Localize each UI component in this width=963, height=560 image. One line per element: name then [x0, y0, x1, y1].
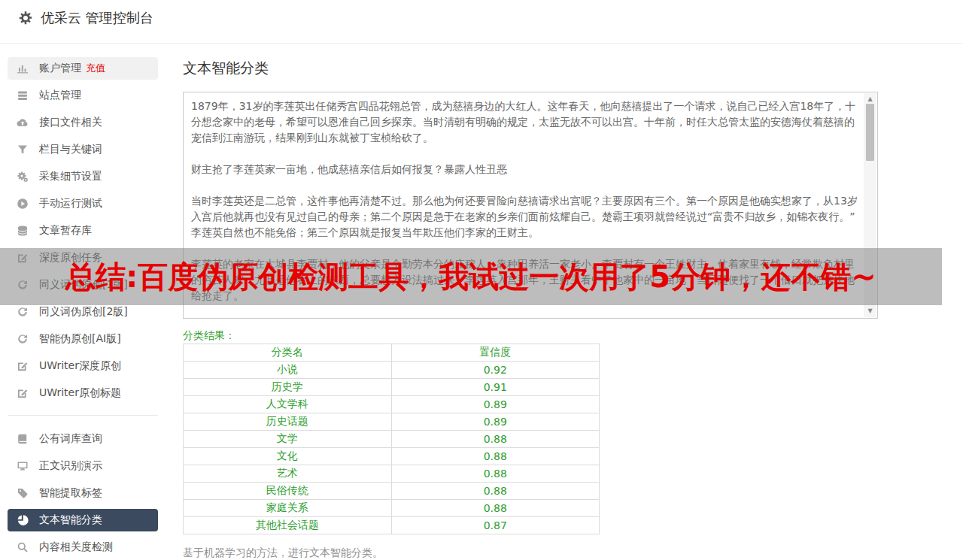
table-row: 其他社会话题0.87 — [184, 517, 600, 534]
tag-icon — [17, 487, 29, 499]
column-header-confidence: 置信度 — [391, 344, 600, 362]
table-row: 民俗传统0.88 — [184, 483, 600, 500]
confidence-cell: 0.88 — [391, 448, 600, 465]
sidebar-item-label: 智能提取标签 — [39, 486, 102, 500]
category-cell: 文化 — [184, 448, 392, 465]
category-cell: 文学 — [184, 431, 392, 448]
confidence-cell: 0.88 — [391, 500, 600, 517]
confidence-cell: 0.87 — [391, 517, 600, 534]
confidence-cell: 0.88 — [391, 465, 600, 483]
category-cell: 人文学科 — [184, 396, 392, 413]
refresh-icon — [17, 306, 29, 318]
sidebar-item-label: 站点管理 — [39, 89, 81, 102]
table-row: 文化0.88 — [184, 448, 600, 465]
table-row: 艺术0.88 — [184, 465, 600, 483]
edit-icon — [17, 360, 29, 372]
sidebar-item-label: 账户管理 — [39, 62, 81, 75]
sidebar-item-sites[interactable]: 站点管理 — [8, 84, 158, 107]
app-title: 优采云 管理控制台 — [41, 9, 153, 27]
sidebar-item-body-recognition[interactable]: 正文识别演示 — [8, 455, 158, 477]
cloud-upload-icon — [17, 117, 29, 129]
sidebar-item-ai-original[interactable]: 智能伪原创[AI版] — [8, 328, 158, 350]
sidebar-item-interface-files[interactable]: 接口文件相关 — [8, 111, 158, 134]
column-header-category: 分类名 — [184, 344, 392, 362]
table-row: 小说0.92 — [184, 362, 600, 379]
sidebar-item-label: UWriter原创标题 — [39, 386, 121, 400]
sidebar-item-manual-run[interactable]: 手动运行测试 — [8, 192, 158, 215]
footer-note: 基于机器学习的方法，进行文本智能分类。 — [183, 546, 383, 560]
table-row: 家庭关系0.88 — [184, 500, 600, 517]
sidebar-divider — [8, 415, 158, 416]
category-cell: 艺术 — [184, 465, 392, 483]
category-cell: 历史话题 — [184, 413, 392, 431]
confidence-cell: 0.89 — [391, 396, 600, 413]
refresh-icon — [17, 333, 29, 345]
book-icon — [17, 433, 29, 445]
sidebar-item-relevance-check[interactable]: 内容相关度检测 — [8, 536, 158, 558]
sidebar-item-label: UWriter深度原创 — [39, 359, 121, 373]
article-paragraph: 财主抢了李莲英家一亩地，他成慈禧亲信后如何报复？暴露人性丑恶 — [191, 162, 858, 177]
category-cell: 家庭关系 — [184, 500, 392, 517]
category-cell: 历史学 — [184, 379, 392, 396]
sidebar-item-uwriter-title[interactable]: UWriter原创标题 — [8, 382, 158, 404]
app-header: 优采云 管理控制台 — [0, 0, 963, 44]
sidebar-item-uwriter-deep[interactable]: UWriter深度原创 — [8, 355, 158, 377]
bar-chart-icon — [17, 62, 29, 74]
sidebar-item-label: 手动运行测试 — [39, 197, 102, 210]
sidebar-item-label: 正文识别演示 — [39, 459, 102, 473]
funnel-icon — [17, 144, 29, 156]
table-row: 人文学科0.89 — [184, 396, 600, 413]
article-paragraph: 1879年，31岁的李莲英出任储秀宫四品花翎总管，成为慈禧身边的大红人。这年春天… — [191, 98, 858, 146]
sidebar-item-account[interactable]: 账户管理 充值 — [8, 57, 158, 80]
sidebar-item-label: 智能伪原创[AI版] — [39, 332, 121, 346]
brand: 优采云 管理控制台 — [18, 9, 153, 27]
sidebar-item-extract-tags[interactable]: 智能提取标签 — [8, 482, 158, 504]
confidence-cell: 0.89 — [391, 413, 600, 431]
edit-icon — [17, 387, 29, 399]
monitor-icon — [17, 460, 29, 472]
category-cell: 其他社会话题 — [184, 517, 392, 534]
sidebar-item-label: 同义词伪原创[2版] — [39, 305, 128, 319]
confidence-cell: 0.88 — [391, 483, 600, 500]
sidebar: 账户管理 充值 站点管理 接口文件相关 栏目与关键词 采集细节设置 手动运行测试… — [8, 57, 158, 560]
sidebar-item-collect-settings[interactable]: 采集细节设置 — [8, 165, 158, 188]
site-list-icon — [17, 89, 29, 101]
scrollbar-thumb[interactable] — [866, 104, 874, 161]
gear-icon — [18, 11, 33, 26]
table-row: 文学0.88 — [184, 431, 600, 448]
category-cell: 小说 — [184, 362, 392, 379]
category-cell: 民俗传统 — [184, 483, 392, 500]
sidebar-item-columns-keywords[interactable]: 栏目与关键词 — [8, 138, 158, 161]
sidebar-item-public-lexicon[interactable]: 公有词库查询 — [8, 428, 158, 450]
table-header-row: 分类名 置信度 — [184, 344, 600, 362]
sidebar-item-label: 栏目与关键词 — [39, 143, 102, 156]
article-paragraph: 当时李莲英还是二总管，这件事他再清楚不过。那么他为何还要冒险向慈禧请求出宫呢？主… — [191, 193, 858, 241]
magnifier-icon — [17, 541, 29, 553]
scroll-down-arrow[interactable]: ▼ — [864, 305, 876, 317]
gears-icon — [17, 171, 29, 183]
annotation-text: 总结:百度伪原创检测工具，我试过一次用了5分钟，还不错~ — [65, 256, 876, 298]
table-row: 历史话题0.89 — [184, 413, 600, 431]
page-title: 文本智能分类 — [183, 59, 269, 78]
confidence-cell: 0.92 — [391, 362, 600, 379]
recharge-badge[interactable]: 充值 — [86, 62, 105, 75]
sidebar-item-label: 公有词库查询 — [39, 432, 102, 446]
sidebar-item-label: 文章暂存库 — [39, 224, 92, 238]
sidebar-item-label: 接口文件相关 — [39, 116, 102, 129]
sidebar-item-label: 内容相关度检测 — [39, 540, 113, 554]
result-label: 分类结果： — [183, 329, 235, 343]
table-row: 历史学0.91 — [184, 379, 600, 396]
pie-chart-icon — [17, 514, 29, 526]
classification-table: 分类名 置信度 小说0.92 历史学0.91 人文学科0.89 历史话题0.89… — [183, 344, 600, 534]
confidence-cell: 0.88 — [391, 431, 600, 448]
sidebar-item-label: 采集细节设置 — [39, 170, 102, 183]
sidebar-item-label: 文本智能分类 — [39, 513, 102, 527]
annotation-banner: 总结:百度伪原创检测工具，我试过一次用了5分钟，还不错~ — [0, 248, 942, 305]
play-circle-icon — [17, 198, 29, 210]
sidebar-item-text-classification[interactable]: 文本智能分类 — [8, 509, 158, 531]
database-icon — [17, 225, 29, 237]
sidebar-item-article-store[interactable]: 文章暂存库 — [8, 219, 158, 242]
confidence-cell: 0.91 — [391, 379, 600, 396]
